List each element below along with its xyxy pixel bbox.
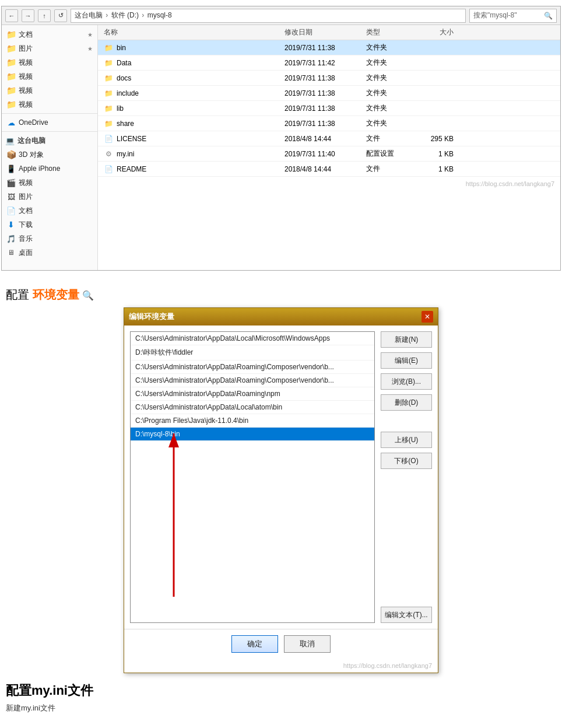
sidebar-item-downloads[interactable]: ⬇ 下载: [2, 218, 97, 232]
section-search-icon: 🔍: [82, 290, 94, 300]
breadcrumb-drive[interactable]: 软件 (D:): [111, 11, 139, 19]
dialog-close-button[interactable]: ✕: [422, 311, 433, 323]
sidebar-item-documents[interactable]: 📁 文档 ★: [2, 27, 97, 41]
file-name-label: Data: [117, 59, 131, 67]
sidebar-item-picture-library[interactable]: 🖼 图片: [2, 190, 97, 204]
file-name-label: my.ini: [117, 150, 134, 158]
browse-button[interactable]: 浏览(B)...: [381, 373, 432, 390]
table-row[interactable]: 📁 docs 2019/7/31 11:38 文件夹: [98, 71, 560, 86]
sidebar-item-music[interactable]: 🎵 音乐: [2, 232, 97, 246]
up-button[interactable]: 上移(U): [381, 432, 432, 448]
down-button[interactable]: 下移(O): [381, 453, 432, 469]
table-row[interactable]: 📁 Data 2019/7/31 11:42 文件夹: [98, 55, 560, 71]
list-item[interactable]: C:\Users\Administrator\AppData\Roaming\C…: [131, 360, 374, 374]
computer-icon: 💻: [5, 136, 15, 145]
list-item[interactable]: C:\Users\Administrator\AppData\Roaming\C…: [131, 374, 374, 387]
doc-icon: 📄: [6, 206, 16, 215]
column-header-type[interactable]: 类型: [366, 27, 413, 37]
sidebar-label-onedrive: OneDrive: [19, 118, 48, 127]
sidebar-item-videos1[interactable]: 📁 视频: [2, 55, 97, 69]
table-row[interactable]: 📁 share 2019/7/31 11:38 文件夹: [98, 116, 560, 131]
table-row[interactable]: 📄 README 2018/4/8 14:44 文件 1 KB: [98, 162, 560, 177]
back-button[interactable]: ←: [5, 9, 18, 22]
desktop-icon: 🖥: [6, 248, 16, 257]
dialog-buttons-panel: 新建(N) 编辑(E) 浏览(B)... 删除(D) 上移(U) 下移(O) 编…: [381, 331, 432, 623]
list-item[interactable]: C:\Users\Administrator\AppData\Local\Mic…: [131, 332, 374, 345]
list-item[interactable]: C:\Users\Administrator\AppData\Roaming\n…: [131, 387, 374, 401]
search-icon: 🔍: [544, 12, 553, 20]
sidebar: 📁 文档 ★ 📁 图片 ★ 📁 视频 📁 视频 📁 视频: [2, 25, 98, 270]
sidebar-item-videos2[interactable]: 📁 视频: [2, 69, 97, 83]
table-row[interactable]: ⚙ my.ini 2019/7/31 11:40 配置设置 1 KB: [98, 146, 560, 162]
section-title-highlight: 环境变量: [33, 288, 79, 301]
cell-name: 📁 lib: [98, 104, 284, 113]
sidebar-label-computer: 这台电脑: [17, 136, 45, 146]
sidebar-label-video-library: 视频: [19, 178, 33, 188]
column-header-size[interactable]: 大小: [413, 27, 459, 37]
edit-text-button[interactable]: 编辑文本(T)...: [381, 607, 432, 623]
breadcrumb-folder[interactable]: mysql-8: [147, 11, 172, 19]
table-row[interactable]: 📁 bin 2019/7/31 11:38 文件夹: [98, 40, 560, 55]
list-item[interactable]: D:\mysql-8\bin: [131, 428, 374, 441]
table-row[interactable]: 📁 lib 2019/7/31 11:38 文件夹: [98, 101, 560, 116]
file-name-label: LICENSE: [117, 135, 146, 143]
cell-date: 2018/4/8 14:44: [284, 165, 366, 173]
sidebar-item-videos3[interactable]: 📁 视频: [2, 83, 97, 97]
breadcrumb-computer[interactable]: 这台电脑: [75, 11, 103, 19]
sidebar-label-apple-iphone: Apple iPhone: [19, 164, 60, 173]
folder-icon: 📁: [104, 58, 113, 68]
cell-name: 📄 LICENSE: [98, 134, 284, 144]
dialog-body: C:\Users\Administrator\AppData\Local\Mic…: [124, 326, 438, 629]
cell-name: 📁 include: [98, 89, 284, 98]
sidebar-section-computer[interactable]: 💻 这台电脑: [2, 134, 97, 148]
list-item[interactable]: C:\Users\Administrator\AppData\Local\ato…: [131, 401, 374, 414]
bottom-section: 配置my.ini文件 新建my.ini文件: [0, 673, 562, 716]
ini-icon: ⚙: [104, 149, 113, 159]
download-icon: ⬇: [6, 220, 16, 229]
sidebar-item-desktop[interactable]: 🖥 桌面: [2, 246, 97, 260]
file-name-label: share: [117, 120, 134, 128]
sidebar-label-desktop: 桌面: [19, 248, 33, 258]
sidebar-label-videos2: 视频: [19, 72, 33, 82]
table-row[interactable]: 📁 include 2019/7/31 11:38 文件夹: [98, 86, 560, 101]
new-button[interactable]: 新建(N): [381, 331, 432, 348]
cell-date: 2019/7/31 11:38: [284, 44, 366, 52]
sidebar-divider1: [2, 113, 97, 114]
sidebar-item-doc-library[interactable]: 📄 文档: [2, 204, 97, 218]
cell-size: 1 KB: [413, 150, 459, 158]
sidebar-label-music: 音乐: [19, 234, 33, 244]
column-header-date[interactable]: 修改日期: [284, 27, 366, 37]
explorer-body: 📁 文档 ★ 📁 图片 ★ 📁 视频 📁 视频 📁 视频: [2, 25, 560, 270]
cancel-button[interactable]: 取消: [284, 635, 331, 653]
address-breadcrumb: 这台电脑 › 软件 (D:) › mysql-8: [75, 10, 172, 20]
search-box[interactable]: 搜索"mysql-8" 🔍: [469, 9, 557, 23]
address-bar[interactable]: 这台电脑 › 软件 (D:) › mysql-8: [71, 9, 466, 23]
folder-icon: 📁: [104, 119, 113, 128]
cell-type: 文件夹: [366, 118, 413, 128]
ok-button[interactable]: 确定: [231, 635, 278, 653]
sidebar-item-3dobjects[interactable]: 📦 3D 对象: [2, 148, 97, 162]
pin-icon: ★: [87, 46, 93, 52]
dialog-window: 编辑环境变量 ✕ C:\Users\Administrator\AppData\…: [124, 307, 438, 673]
sidebar-item-video-library[interactable]: 🎬 视频: [2, 176, 97, 190]
sidebar-item-apple-iphone[interactable]: 📱 Apple iPhone: [2, 162, 97, 176]
image-icon: 🖼: [6, 192, 16, 201]
refresh-button[interactable]: ↺: [54, 9, 67, 22]
file-name-label: README: [117, 165, 146, 173]
cell-size: 1 KB: [413, 165, 459, 173]
cell-type: 文件夹: [366, 103, 413, 113]
sidebar-item-videos4[interactable]: 📁 视频: [2, 97, 97, 111]
section-title-prefix: 配置: [6, 288, 29, 301]
edit-button[interactable]: 编辑(E): [381, 352, 432, 369]
sidebar-label-doc-library: 文档: [19, 206, 33, 216]
table-row[interactable]: 📄 LICENSE 2018/4/8 14:44 文件 295 KB: [98, 131, 560, 146]
list-item[interactable]: D:\咔咔软件\fiddler: [131, 345, 374, 360]
sidebar-item-onedrive[interactable]: ☁ OneDrive: [2, 116, 97, 130]
delete-button[interactable]: 删除(D): [381, 394, 432, 411]
list-item[interactable]: C:\Program Files\Java\jdk-11.0.4\bin: [131, 414, 374, 428]
column-header-name[interactable]: 名称: [98, 27, 284, 37]
folder-icon: 📁: [104, 43, 113, 52]
up-button[interactable]: ↑: [38, 9, 51, 22]
forward-button[interactable]: →: [22, 9, 34, 22]
sidebar-item-pictures[interactable]: 📁 图片 ★: [2, 41, 97, 55]
